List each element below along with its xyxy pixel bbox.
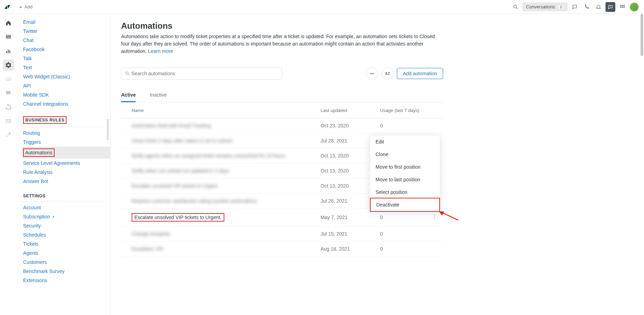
keyboard-icon[interactable] [3,74,14,85]
tab-active[interactable]: Active [121,92,136,102]
sidebar-item-triggers[interactable]: Triggers [23,138,110,147]
automation-name: Notify when not solved not updated in 3 … [132,168,229,174]
table-row[interactable]: Escalate unsolved VIP tickets to Urgent.… [121,209,443,226]
chat-icon[interactable] [570,2,580,12]
views-icon[interactable] [3,31,14,43]
automation-name: Automation fired with Email Tracking [132,123,211,128]
bell-icon[interactable] [594,2,603,12]
automation-name: Close ticket 4 days after status is set … [132,138,232,144]
sidebar-item-mobile-sdk[interactable]: Mobile SDK [23,90,110,99]
automation-updated: Aug 18, 2021 [321,246,380,252]
conversations-button[interactable]: Conversations 0 [523,2,568,11]
sort-button[interactable]: AZ [382,68,393,79]
col-usage: Usage (last 7 days) [380,108,433,113]
user-avatar[interactable] [629,2,639,12]
sidebar-item-subscription[interactable]: Subscription↗ [23,212,110,221]
magic-icon[interactable] [3,130,14,141]
help-icon[interactable] [606,2,615,12]
search-automations[interactable] [121,68,282,79]
search-input[interactable] [131,71,278,76]
col-updated: Last updated [321,108,380,113]
table-row[interactable]: Escalation VIPAug 18, 20210 [121,241,443,257]
sidebar-item-automations[interactable]: Automations [22,147,110,159]
sidebar-item-agents[interactable]: Agents [23,248,110,258]
svg-rect-10 [8,50,9,54]
message-icon[interactable] [3,88,14,99]
menu-item-select-position[interactable]: Select position [370,186,440,198]
sidebar-item-talk[interactable]: Talk [23,54,110,63]
tab-inactive[interactable]: Inactive [150,92,167,102]
row-context-menu: EditCloneMove to first positionMove to l… [370,135,440,211]
section-settings: SETTINGS [23,194,110,198]
nav-rail [0,14,17,315]
sidebar-item-customers[interactable]: Customers [23,258,110,267]
automation-name: Escalate unsolved VIP tickets to Urgent [132,183,217,189]
sidebar-item-benchmark[interactable]: Benchmark Survey [23,267,110,276]
sidebar-item-routing[interactable]: Routing [23,128,110,138]
add-label: Add [24,4,33,9]
reports-icon[interactable] [3,46,14,57]
search-icon [125,71,130,76]
page-description: Automations take action to modify ticket… [121,33,443,55]
sidebar-item-text[interactable]: Text [23,63,110,72]
svg-rect-7 [6,35,10,36]
row-menu-button[interactable]: ⋮ [432,214,438,220]
table-row[interactable]: Automation fired with Email TrackingOct … [121,118,443,133]
conversations-count: 0 [558,5,564,9]
overflow-button[interactable]: ••• [366,68,378,79]
sidebar-item-sla[interactable]: Service Level Agreements [23,159,110,168]
automation-usage: 0 [380,123,433,128]
automation-name: Escalate unsolved VIP tickets to Urgent. [132,213,224,222]
sidebar-item-schedules[interactable]: Schedules [23,230,110,239]
svg-rect-3 [623,5,624,6]
learn-more-link[interactable]: Learn more [148,48,173,54]
menu-item-deactivate[interactable]: Deactivate [370,198,440,212]
external-link-icon: ↗ [51,215,55,219]
menu-item-move-to-last-position[interactable]: Move to last position [370,173,440,186]
admin-icon[interactable] [3,59,14,71]
sidebar-item-twitter[interactable]: Twitter [23,27,110,36]
add-automation-button[interactable]: Add automation [397,68,443,79]
apps-icon[interactable] [617,2,627,12]
svg-point-0 [513,5,516,8]
automation-updated: May 7, 2021 [321,215,380,220]
svg-rect-11 [9,50,10,53]
sidebar-item-security[interactable]: Security [23,221,110,230]
sidebar-item-channel-integrations[interactable]: Channel Integrations [23,99,110,108]
sidebar-item-answer-bot[interactable]: Answer Bot [23,177,110,186]
phone-icon[interactable] [582,2,592,12]
page-title: Automations [121,21,443,31]
settings-sidebar: Email Twitter Chat Facebook Talk Text We… [17,14,111,315]
menu-item-clone[interactable]: Clone [370,148,440,161]
automation-usage: 0 [380,215,433,220]
automation-name: Escalation VIP [132,246,163,252]
section-business-rules: BUSINESS RULES [23,116,110,124]
sidebar-item-extensions[interactable]: Extensions [23,276,110,285]
add-tab-button[interactable]: + Add [16,2,35,11]
automation-name: Request customer satisfaction rating (sy… [132,198,257,204]
search-icon[interactable] [511,2,520,12]
sidebar-item-tickets[interactable]: Tickets [23,239,110,248]
automation-updated: Oct 23, 2020 [321,123,380,128]
svg-rect-8 [6,37,10,38]
sidebar-item-web-widget[interactable]: Web Widget (Classic) [23,72,110,81]
table-row[interactable]: Change AssigneeJul 15, 20210 [121,226,443,241]
sidebar-item-account[interactable]: Account [23,203,110,212]
sidebar-item-email[interactable]: Email [23,18,110,27]
menu-item-move-to-first-position[interactable]: Move to first position [370,161,440,173]
sidebar-item-api[interactable]: API [23,81,110,90]
svg-rect-2 [622,5,623,6]
automations-table: Automation fired with Email TrackingOct … [121,118,443,257]
annotation-arrow [439,211,460,222]
refresh-icon[interactable] [3,102,14,113]
home-icon[interactable] [3,18,14,29]
sidebar-item-chat[interactable]: Chat [23,36,110,45]
status-tabs: Active Inactive [121,92,443,102]
sidebar-item-rule-analysis[interactable]: Rule Analysis [23,168,110,177]
table-header: Name Last updated Usage (last 7 days) [121,102,443,118]
svg-rect-9 [6,51,7,53]
mail-icon[interactable] [3,115,14,127]
sidebar-item-facebook[interactable]: Facebook [23,45,110,54]
automation-usage: 0 [380,231,433,237]
menu-item-edit[interactable]: Edit [370,135,440,148]
